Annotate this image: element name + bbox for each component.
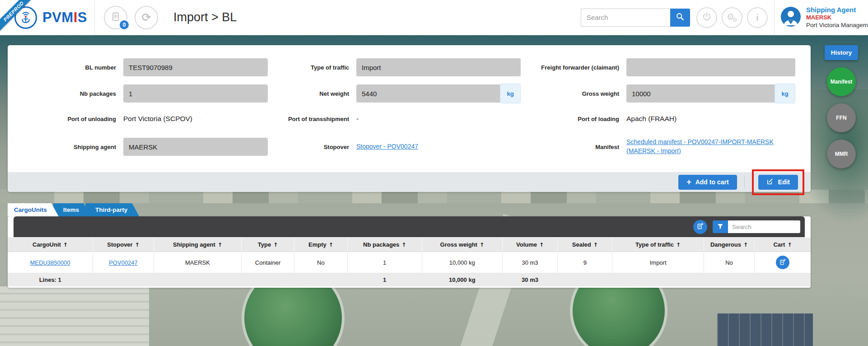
col-header-shipping-agent[interactable]: Shipping agent↑ [154,238,242,252]
pvmis-screen: PREPROD PVMIS [0,0,868,346]
user-role: Shipping Agent [806,6,868,14]
type-of-traffic-input[interactable] [356,58,521,76]
refresh-button[interactable]: ⟳ [135,6,158,29]
cargounits-table: CargoUnit↑ Stopover↑ Shipping agent↑ Typ… [8,238,811,286]
funnel-icon [717,223,724,231]
bl-action-bar: + Add to cart Edit [8,172,811,192]
tab-cargounits[interactable]: CargoUnits [8,203,59,216]
header-right: ⚙⚙ i [581,0,868,35]
cargounits-card: CargoUnit↑ Stopover↑ Shipping agent↑ Typ… [8,216,811,288]
side-rail: History Manifest FFN MMR [825,45,858,168]
table-row: MEDU3850000 POV00247 MAERSK Container No… [8,252,811,273]
brand-red-letter: I [74,9,78,25]
freight-forwarder-label: Freight forwarder (claimant) [530,64,626,71]
col-header-dangerous[interactable]: Dangerous↑ [704,238,754,252]
page-title: Import > BL [173,10,237,24]
table-footer-row: Lines: 1 1 10,000 kg 30 m3 [8,273,811,286]
nb-packages-input[interactable] [123,84,268,103]
col-header-volume[interactable]: Volume↑ [502,238,558,252]
manifest-link[interactable]: Scheduled manifest - POV00247-IMPORT-MAE… [626,138,795,155]
gross-weight-input[interactable] [626,84,795,103]
col-header-cargounit[interactable]: CargoUnit↑ [8,238,93,252]
mmr-rail-button[interactable]: MMR [827,140,856,168]
document-plus-icon [779,258,786,267]
header-main: 0 ⟳ Import > BL [95,0,868,35]
manifest-rail-button[interactable]: Manifest [827,67,856,96]
sort-icon: ↑ [676,242,681,248]
settings-button[interactable]: ⚙⚙ [722,7,742,28]
sort-icon: ↑ [787,242,792,248]
brand-name: PVMIS [42,9,87,26]
col-header-empty[interactable]: Empty↑ [294,238,347,252]
history-button[interactable]: History [825,45,858,60]
global-search [581,9,690,27]
footer-total-gross-weight: 10,000 kg [422,273,502,286]
bl-form: BL number Type of traffic Freight forwar… [8,45,811,163]
col-header-sealed[interactable]: Sealed↑ [558,238,612,252]
cell-shipping-agent: MAERSK [154,252,242,273]
ffn-rail-button[interactable]: FFN [827,103,856,132]
table-toolbar [14,216,805,237]
cell-dangerous: No [704,252,754,273]
cell-nb-packages: 1 [347,252,422,273]
cargounit-link[interactable]: MEDU3850000 [30,259,70,266]
gears-icon: ⚙⚙ [727,13,737,23]
info-icon: i [756,12,759,23]
cart-count-badge: 0 [119,19,130,30]
net-weight-input[interactable] [356,84,521,103]
cell-gross-weight: 10,000 kg [422,252,502,273]
logout-button[interactable] [696,7,717,28]
stopover-label: Stopover [277,144,356,150]
detail-tabs: CargoUnits Items Third-party [8,203,139,216]
tab-items[interactable]: Items [53,203,91,216]
info-button[interactable]: i [747,7,768,28]
document-plus-icon [696,222,704,231]
footer-total-nb-packages: 1 [347,273,422,286]
user-name: MAERSK [806,14,868,21]
col-header-gross-weight[interactable]: Gross weight↑ [422,238,502,252]
cart-summary-button[interactable]: 0 [104,6,127,29]
sort-icon: ↑ [401,242,406,248]
net-weight-unit: kg [500,84,521,103]
col-header-type-of-traffic[interactable]: Type of traffic↑ [612,238,704,252]
gross-weight-unit: kg [775,84,795,103]
row-add-to-cart-button[interactable] [776,256,789,269]
sort-icon: ↑ [63,242,68,248]
manifest-label: Manifest [530,144,626,150]
plus-icon: + [686,178,691,186]
add-to-cart-button[interactable]: + Add to cart [678,175,737,190]
tab-third-party[interactable]: Third-party [85,203,139,216]
bg-warehouse-roof [0,286,149,346]
add-all-to-cart-button[interactable] [693,220,707,234]
col-header-nb-packages[interactable]: Nb packages↑ [347,238,422,252]
sort-icon: ↑ [743,242,748,248]
refresh-icon: ⟳ [142,11,151,24]
shipping-agent-input[interactable] [123,138,268,156]
sort-icon: ↑ [329,242,333,248]
stopover-link[interactable]: Stopover - POV00247 [356,142,418,151]
search-icon [675,12,685,23]
cell-type: Container [241,252,294,273]
sort-icon: ↑ [135,242,140,248]
global-search-input[interactable] [581,9,670,27]
anchor-icon [18,9,33,26]
sort-icon: ↑ [218,242,222,248]
avatar [781,7,801,28]
stopover-cell-link[interactable]: POV00247 [109,259,138,266]
col-header-stopover[interactable]: Stopover↑ [93,238,154,252]
col-header-cart[interactable]: Cart↑ [754,238,811,252]
brand-section: PREPROD PVMIS [0,0,95,35]
bl-details-card: BL number Type of traffic Freight forwar… [8,45,811,192]
global-search-button[interactable] [670,9,690,27]
filter-button[interactable] [713,220,728,233]
freight-forwarder-input[interactable] [626,58,795,76]
sort-icon: ↑ [480,242,484,248]
user-organization: Port Victoria Managem [806,21,868,29]
edit-button[interactable]: Edit [758,175,798,190]
table-search-input[interactable] [728,220,800,233]
col-header-type[interactable]: Type↑ [241,238,294,252]
user-chip[interactable]: Shipping Agent MAERSK Port Victoria Mana… [775,6,868,29]
bl-number-input[interactable] [123,58,268,76]
net-weight-label: Net weight [277,90,356,97]
shipping-agent-label: Shipping agent [8,144,123,150]
